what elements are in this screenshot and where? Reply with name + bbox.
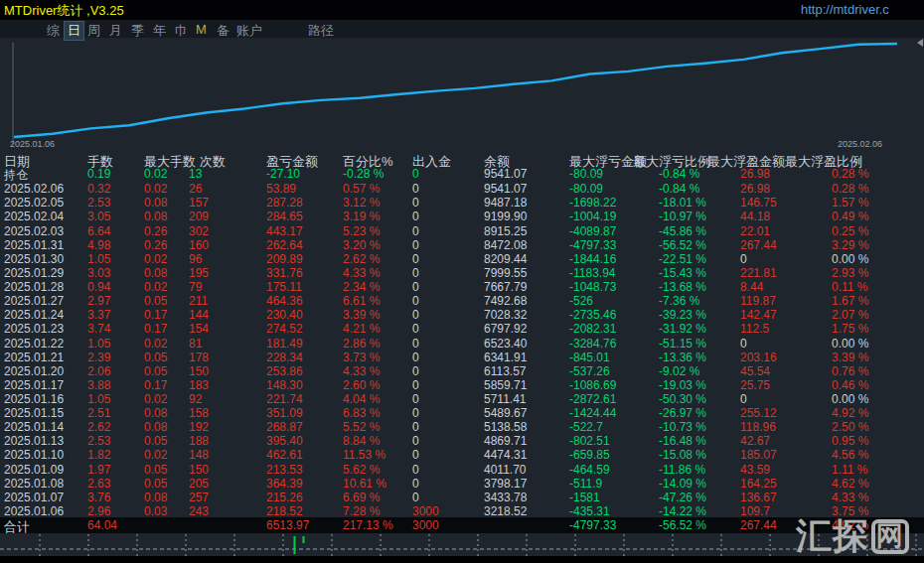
cell-col3: 209 [189, 210, 209, 223]
cell-col9: -31.92 % [659, 322, 706, 336]
cell-date: 2025.01.29 [4, 266, 64, 280]
cell-col3: 148 [189, 448, 209, 462]
cell-col6: 0 [412, 434, 419, 448]
table-row[interactable]: 2025.01.091.970.05150213.535.62 %04011.7… [0, 463, 924, 477]
table-row[interactable]: 2025.02.052.530.08157287.283.12 %09487.1… [0, 196, 924, 210]
table-row[interactable]: 2025.01.293.030.08195331.764.33 %07999.5… [0, 266, 924, 280]
cell-col1: 2.97 [87, 294, 110, 308]
cell-date: 2025.01.28 [4, 280, 64, 294]
cell-col2: 0.05 [144, 463, 167, 477]
cell-col10: 26.98 [740, 182, 770, 196]
cell-col7: 5859.71 [484, 378, 527, 392]
cell-col7: 9199.90 [484, 210, 527, 223]
table-row[interactable]: 2025.01.280.940.0279175.112.34 %07667.79… [0, 280, 924, 294]
stats-table: 日期手数最大手数次数盈亏金额百分比%出入金余额最大浮亏金额最大浮亏比例最大浮盈金… [0, 0, 924, 563]
table-row[interactable]: 2025.01.272.970.05211464.366.61 %07492.6… [0, 294, 924, 308]
cell-col1: 2.96 [87, 504, 110, 518]
cell-col6: 0 [412, 182, 419, 196]
cell-col4: 284.65 [266, 210, 303, 223]
cell-col5: 2.62 % [343, 252, 380, 266]
table-row[interactable]: 2025.01.243.370.17144230.403.39 %07028.3… [0, 308, 924, 322]
cell-date: 2025.02.03 [4, 224, 64, 238]
cell-col10: 119.87 [740, 294, 776, 308]
cell-date: 2025.01.16 [4, 392, 64, 406]
cell-col2: 0.05 [144, 364, 167, 378]
cell-col3: 96 [189, 252, 202, 266]
table-row[interactable]: 2025.01.301.050.0296209.892.62 %08209.44… [0, 252, 924, 266]
table-row[interactable]: 2025.01.152.510.08158351.096.83 %05489.6… [0, 406, 924, 420]
cell-col9: -14.22 % [659, 504, 706, 518]
cell-col9: -13.68 % [659, 280, 706, 294]
table-row[interactable]: 2025.01.202.060.05150253.864.33 %06113.5… [0, 364, 924, 378]
cell-col1: 2.51 [87, 406, 110, 420]
cell-col1: 4.98 [87, 238, 110, 252]
cell-date: 2025.01.14 [4, 420, 64, 434]
cell-col5: 3.20 % [343, 238, 380, 252]
cell-col3: 178 [189, 351, 209, 364]
cell-col8: -1048.73 [569, 280, 616, 294]
watermark: 汇探 网 [796, 516, 909, 556]
cell-col11: 4.33 % [832, 491, 868, 504]
cell-col4: 228.34 [266, 351, 303, 364]
table-row[interactable]: 2025.01.212.390.05178228.343.73 %06341.9… [0, 351, 924, 364]
table-row[interactable]: 2025.01.062.960.03243218.527.28 %3000321… [0, 504, 924, 518]
cell-date: 2025.02.06 [4, 182, 64, 196]
cell-col3: 154 [189, 322, 209, 336]
cell-col9: -45.86 % [659, 224, 706, 238]
table-row[interactable]: 2025.01.161.050.0292221.744.04 %05711.41… [0, 392, 924, 406]
cell-col6: 0 [412, 224, 419, 238]
cell-col11: 4.56 % [832, 448, 868, 462]
table-row[interactable]: 2025.02.036.640.26302443.175.23 %08915.2… [0, 224, 924, 238]
cell-col3: 188 [189, 434, 209, 448]
cell-col2: 0.03 [144, 504, 167, 518]
cell-date: 2025.02.04 [4, 210, 64, 223]
cell-col9: -39.23 % [659, 308, 706, 322]
table-row[interactable]: 2025.01.221.050.0281181.492.86 %06523.40… [0, 337, 924, 351]
cell-col6: 0 [412, 280, 419, 294]
cell-col5: 3.39 % [343, 308, 380, 322]
cell-col4: 175.11 [266, 280, 302, 294]
cell-col6: 0 [412, 196, 419, 210]
table-row[interactable]: 2025.02.043.050.08209284.653.19 %09199.9… [0, 210, 924, 223]
daily-profit-mini-chart [0, 534, 924, 556]
cell-col2: 0.17 [144, 322, 167, 336]
table-header-row: 日期手数最大手数次数盈亏金额百分比%出入金余额最大浮亏金额最大浮亏比例最大浮盈金… [0, 153, 924, 167]
cell-col3: 157 [189, 196, 209, 210]
cell-col6: 0 [412, 364, 419, 378]
cell-col2: 0.02 [144, 448, 167, 462]
cell-col8: -4797.33 [569, 238, 616, 252]
table-row[interactable]: 2025.01.101.820.02148462.6111.53 %04474.… [0, 448, 924, 462]
table-row[interactable]: 2025.01.173.880.17183148.302.60 %05859.7… [0, 378, 924, 392]
cell-date: 2025.01.08 [4, 477, 64, 491]
cell-col1: 1.97 [87, 463, 110, 477]
table-row[interactable]: 2025.01.132.530.05188395.408.84 %04869.7… [0, 434, 924, 448]
cell-col3: 243 [189, 504, 209, 518]
table-row[interactable]: 2025.01.233.740.17154274.524.21 %06797.9… [0, 322, 924, 336]
table-row[interactable]: 2025.01.314.980.26160262.643.20 %08472.0… [0, 238, 924, 252]
cell-col3: 26 [189, 182, 202, 196]
cell-col1: 2.53 [87, 434, 110, 448]
cell-col10: 0 [740, 252, 747, 266]
cell-col1: 3.74 [87, 322, 110, 336]
cell-col7: 4474.31 [484, 448, 527, 462]
table-row[interactable]: 2025.01.073.760.08257215.266.69 %03433.7… [0, 491, 924, 504]
cell-col2: 0.05 [144, 294, 167, 308]
cell-col4: 253.86 [266, 364, 303, 378]
cell-col5: 2.86 % [343, 337, 380, 351]
cell-col6: 0 [412, 392, 419, 406]
cell-col7: 6113.57 [484, 364, 527, 378]
cell-col9: -47.26 % [659, 491, 706, 504]
cell-col10: 118.96 [740, 420, 776, 434]
cell-col7: 9487.18 [484, 196, 527, 210]
cell-date: 2025.01.10 [4, 448, 64, 462]
table-row[interactable]: 2025.01.142.620.08192268.875.52 %05138.5… [0, 420, 924, 434]
cell-col8: -1004.19 [569, 210, 616, 223]
table-row[interactable]: 2025.01.082.630.05205364.3910.61 %03798.… [0, 477, 924, 491]
cell-col10: 267.44 [740, 518, 777, 532]
table-row[interactable]: 2025.02.060.320.022653.890.57 %09541.07-… [0, 182, 924, 196]
cell-col11: 0.00 % [832, 392, 868, 406]
cell-col11: 1.11 % [832, 463, 867, 477]
cell-col2: 0.02 [144, 392, 167, 406]
cell-col4: 53.89 [266, 182, 296, 196]
cell-col2: 0.17 [144, 378, 167, 392]
